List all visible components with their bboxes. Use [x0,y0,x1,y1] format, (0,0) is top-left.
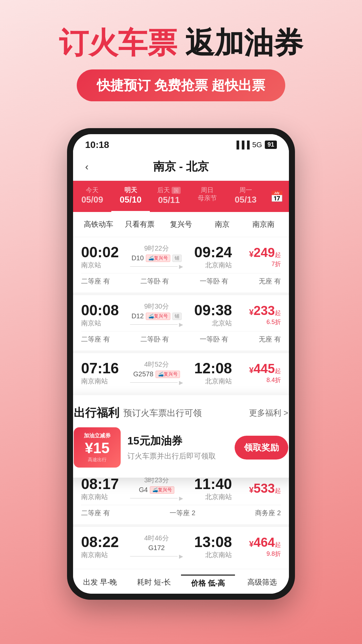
train-0-arrive-time: 09:24 [188,244,232,261]
app-header: ‹ 南京 - 北京 [73,153,289,181]
benefit-title-sub: 预订火车票出行可领 [123,407,202,419]
battery-icon: 91 [265,141,277,149]
hero-title-dark: 返加油券 [185,26,303,59]
status-bar: 10:18 ▐▐▐ 5G 91 [73,134,289,153]
hero-section: 订火车票 返加油券 快捷预订 免费抢票 超快出票 [0,0,362,115]
phone-mockup: 10:18 ▐▐▐ 5G 91 ‹ 南京 - 北京 今天 05/09 [67,128,295,600]
date-tab-date-1: 05/10 [114,194,147,206]
train-4-depart-station: 南京南站 [81,550,125,559]
signal-bars-icon: ▐▐▐ [234,141,250,149]
date-tabs: 今天 05/09 明天 05/10 后天 国 05/11 周日 母亲节 周一 [73,181,289,212]
train-0-duration: 9时22分 [130,244,183,253]
benefit-card: 出行福利 预订火车票出行可领 更多福利 > 加油立减券 ¥15 高途出行 15元… [73,395,289,478]
train-4-number: G172 [148,544,165,552]
date-tab-date-4: 05/13 [229,194,262,206]
train-1-arrive-time: 09:38 [188,302,232,319]
train-3-seats: 二等座 有 一等座 2 商务座 2 [81,505,281,518]
train-0-discount: 7折 [237,260,281,268]
sort-depart[interactable]: 出发 早-晚 [73,575,127,591]
sort-duration[interactable]: 耗时 短-长 [127,575,181,591]
train-1-badge-fuxing: 🚄复兴号 [146,313,170,320]
train-item-1[interactable]: 00:08 南京站 9时30分 D12 🚄复兴号 铺 [73,295,289,351]
train-2-duration: 4时52分 [130,360,183,369]
filter-nanjing[interactable]: 南京 [203,217,241,231]
train-3-depart-station: 南京南站 [81,492,125,501]
train-3-depart-time: 08:17 [81,476,125,492]
train-4-arrive-station: 北京南站 [188,550,232,559]
train-1-arrive-station: 北京站 [188,319,232,328]
coupon-label: 加油立减券 [84,432,111,439]
train-2-discount: 8.4折 [237,376,281,384]
train-3-arrive-station: 北京南站 [188,492,232,501]
date-tab-date-0: 05/09 [76,194,109,206]
sort-price[interactable]: 价格 低-高 [181,575,235,591]
date-tab-sunday[interactable]: 周日 母亲节 [188,181,226,212]
date-tab-today[interactable]: 今天 05/09 [73,181,111,212]
phone-screen: 10:18 ▐▐▐ 5G 91 ‹ 南京 - 北京 今天 05/09 [73,134,289,594]
coupon-info: 15元加油券 订火车票并出行后即可领取 [127,434,228,461]
train-0-badge-fuxing: 🚄复兴号 [146,255,170,262]
train-4-discount: 9.8折 [237,550,281,558]
advanced-filter[interactable]: 高级筛选 [235,575,289,591]
date-tab-monday[interactable]: 周一 05/13 [227,181,265,212]
calendar-icon[interactable]: 📅 [265,181,289,212]
train-3-price: 533 [254,481,275,495]
coupon-desc: 订火车票并出行后即可领取 [127,451,228,461]
benefit-title-group: 出行福利 预订火车票出行可领 [74,405,202,421]
train-3-arrive-time: 11:40 [188,476,232,492]
train-1-duration: 9时30分 [130,302,183,311]
date-tab-date-2: 05/11 [153,195,185,206]
benefit-title-main: 出行福利 [74,405,119,421]
train-0-depart-time: 00:02 [81,244,125,261]
hero-subtitle: 快捷预订 免费抢票 超快出票 [77,69,285,101]
train-list: 00:02 南京站 9时22分 D10 🚄复兴号 铺 [73,237,289,392]
date-tab-label-0: 今天 [76,186,109,195]
coupon-claim-button[interactable]: 领取奖励 [235,436,288,460]
filter-bar: 高铁动车 只看有票 复兴号 南京 南京南 [73,212,289,237]
filter-nanjingnan[interactable]: 南京南 [244,217,282,231]
train-1-number: D12 [131,312,144,320]
train-3-badge-fuxing: 🚄复兴号 [150,486,174,494]
signal-type: 5G [252,141,262,149]
benefit-more-link[interactable]: 更多福利 > [249,408,288,418]
filter-gaotie[interactable]: 高铁动车 [80,217,118,231]
coupon-amount: ¥15 [85,441,109,455]
train-1-depart-time: 00:08 [81,302,125,319]
date-tab-tomorrow[interactable]: 明天 05/10 [111,181,149,212]
back-button[interactable]: ‹ [85,161,88,172]
coupon-image: 加油立减券 ¥15 高途出行 [74,427,121,468]
bottom-bar: 出发 早-晚 耗时 短-长 价格 低-高 高级筛选 [73,569,289,594]
train-1-price: 233 [254,304,275,318]
train-2-depart-station: 南京南站 [81,377,125,386]
filter-fuxing[interactable]: 复兴号 [162,217,200,231]
train-list-below: 08:17 南京南站 3时23分 G4 🚄复兴号 ▶ [73,469,289,566]
coupon-name: 15元加油券 [127,434,228,448]
benefit-header: 出行福利 预订火车票出行可领 更多福利 > [74,405,288,421]
train-0-badge-pu: 铺 [172,255,182,262]
hero-title: 订火车票 返加油券 [13,27,349,59]
filter-available[interactable]: 只看有票 [121,217,159,231]
train-1-seats: 二等座 有 二等卧 有 一等卧 有 无座 有 [81,331,281,344]
train-0-depart-station: 南京站 [81,261,125,270]
train-1-badge-pu: 铺 [172,313,182,320]
date-tab-aftertomorrow[interactable]: 后天 国 05/11 [150,181,188,212]
hero-title-red: 订火车票 [59,26,177,59]
train-1-depart-station: 南京站 [81,319,125,328]
train-item-2[interactable]: 07:16 南京南站 4时52分 G2578 🚄复兴号 ▶ [73,353,289,392]
train-2-arrive-station: 北京南站 [188,377,232,386]
coupon-brand: 高途出行 [88,457,107,463]
date-tab-label-3: 周日 [191,186,224,195]
date-tab-label-4: 周一 [229,186,262,195]
phone-frame: 10:18 ▐▐▐ 5G 91 ‹ 南京 - 北京 今天 05/09 [67,128,295,600]
date-tab-label-1: 明天 [114,186,147,195]
train-4-price: 464 [254,535,275,549]
train-2-arrive-time: 12:08 [188,360,232,377]
date-tab-sublabel-3: 母亲节 [191,194,224,203]
train-item-4[interactable]: 08:22 南京南站 4时46分 G172 ▶ [73,527,289,566]
train-item-0[interactable]: 00:02 南京站 9时22分 D10 🚄复兴号 铺 [73,237,289,292]
train-2-badge-fuxing: 🚄复兴号 [156,371,180,378]
status-icons: ▐▐▐ 5G 91 [234,141,277,149]
benefit-coupon-row: 加油立减券 ¥15 高途出行 15元加油券 订火车票并出行后即可领取 领取奖励 [74,427,288,468]
train-2-number: G2578 [133,370,153,378]
status-time: 10:18 [85,140,109,150]
